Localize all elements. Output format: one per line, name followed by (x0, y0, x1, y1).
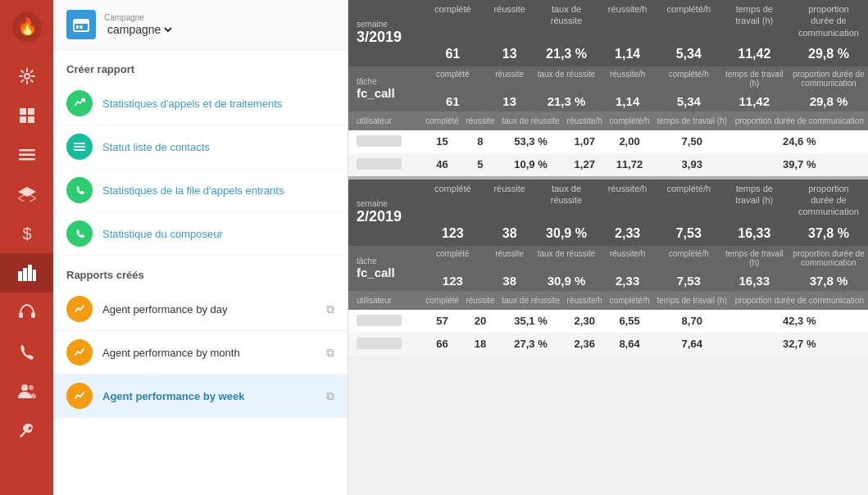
task-col-header-work-time: temps de travail (h) (720, 66, 789, 91)
svg-rect-27 (74, 149, 85, 151)
sidebar: Campagne campagne Créer rapport Statisti… (53, 0, 348, 495)
task-success-per-h: 1,14 (597, 91, 658, 111)
copy-icon-week: ⧉ (326, 389, 334, 403)
nav-icon-settings[interactable] (0, 57, 53, 96)
svg-rect-9 (19, 158, 35, 161)
svg-rect-4 (28, 108, 34, 115)
nav-icon-tools[interactable] (0, 411, 53, 450)
user-success-per-h: 2,36 (563, 333, 606, 356)
col-header-comm-proportion: proportion durée de communication (789, 0, 868, 42)
svg-text:$: $ (22, 225, 31, 243)
task-col-header-success-rate: taux de réussite (536, 246, 598, 270)
task-completed: 61 (422, 91, 484, 111)
user-success: 18 (462, 333, 498, 356)
user-data-row: 57 20 35,1 % 2,30 6,55 8,70 42,3 % (348, 310, 868, 333)
week-success-per-h: 2,33 (597, 221, 658, 246)
campaign-dropdown[interactable]: campagne (104, 22, 175, 37)
week-cell: semaine 2/2019 (348, 179, 422, 246)
user-header-label: utilisateur (348, 111, 422, 130)
task-row: tâche fc_call complété réussite taux de … (348, 246, 868, 291)
report-item-week-left: Agent performance by week (66, 383, 244, 409)
task-success-rate: 30,9 % (536, 270, 598, 291)
user-completed-per-h: 6,55 (606, 310, 653, 333)
svg-rect-13 (18, 271, 22, 281)
user-completed: 57 (422, 310, 462, 333)
user-success-per-h: 1,27 (563, 153, 606, 176)
copy-icon-month: ⧉ (326, 346, 334, 360)
week-work-time: 11,42 (720, 42, 789, 66)
svg-rect-23 (76, 25, 79, 29)
svg-rect-26 (74, 146, 85, 148)
nav-icon-phone[interactable] (0, 332, 53, 371)
task-data-area: complété réussite taux de réussite réuss… (422, 66, 868, 111)
user-col-header-completed-per-h: complété/h (606, 291, 653, 310)
report-item-month-left: Agent performance by month (66, 339, 240, 366)
nav-icon-grid[interactable] (0, 96, 53, 135)
col-header-success-rate: taux de réussite (536, 179, 598, 221)
user-col-header-completed: complété (422, 291, 462, 310)
week-comm-proportion: 37,8 % (789, 221, 868, 246)
user-col-header-completed-per-h: complété/h (606, 111, 653, 130)
menu-item-contact-list[interactable]: Statut liste de contacts (53, 125, 348, 169)
nav-icon-users[interactable] (0, 371, 53, 411)
task-comm-proportion: 29,8 % (789, 91, 868, 111)
week-success-per-h: 1,14 (597, 42, 658, 66)
user-completed-per-h: 8,64 (606, 333, 653, 356)
week-header-cols: complété réussite taux de réussite réuss… (422, 179, 868, 246)
report-table: semaine 3/2019 complété réussite taux de… (348, 0, 868, 356)
campaign-select[interactable]: campagne (104, 22, 175, 37)
svg-rect-8 (19, 154, 35, 157)
user-name-cell (348, 130, 422, 153)
svg-rect-3 (20, 108, 26, 115)
user-data-row: 46 5 10,9 % 1,27 11,72 3,93 39,7 % (348, 153, 868, 176)
menu-icon-dialer (66, 220, 93, 247)
svg-rect-15 (28, 265, 32, 281)
nav-icon-dollar[interactable]: $ (0, 214, 53, 253)
nav-icon-headset[interactable] (0, 293, 53, 332)
user-work-time: 3,93 (653, 153, 731, 176)
task-work-time: 11,42 (720, 91, 789, 111)
nav-icon-chart[interactable] (0, 253, 53, 293)
create-report-title: Créer rapport (53, 50, 348, 82)
user-col-header-success-per-h: réussite/h (563, 111, 606, 130)
task-row: tâche fc_call complété réussite taux de … (348, 66, 868, 111)
svg-text:🔥: 🔥 (16, 16, 37, 36)
task-col-header-success-rate: taux de réussite (536, 66, 598, 91)
menu-item-dialer-stats-label: Statistique du composeur (102, 228, 223, 240)
campaign-icon (66, 10, 96, 39)
report-item-day[interactable]: Agent performance by day ⧉ (53, 288, 348, 331)
svg-rect-7 (19, 149, 35, 152)
user-header-row: utilisateur complété réussite taux de ré… (348, 291, 868, 310)
menu-item-stats-calls[interactable]: Statistiques d'appels et de traitements (53, 82, 348, 125)
report-item-month-label: Agent performance by month (102, 347, 240, 359)
user-completed-per-h: 2,00 (606, 130, 653, 153)
user-col-header-success-rate: taux de réussite (498, 111, 564, 130)
week-completed-per-h: 7,53 (658, 221, 720, 246)
svg-rect-6 (28, 116, 34, 123)
col-header-completed-per-h: complété/h (658, 0, 720, 42)
week-success-rate: 30,9 % (536, 221, 598, 246)
main-content: semaine 3/2019 complété réussite taux de… (348, 0, 868, 495)
nav-icon-layers[interactable] (0, 175, 53, 214)
user-work-time: 8,70 (653, 310, 731, 333)
user-completed-per-h: 11,72 (606, 153, 653, 176)
menu-item-queue-stats[interactable]: Statistiques de la file d'appels entrant… (53, 169, 348, 212)
user-completed: 15 (422, 130, 462, 153)
report-item-month[interactable]: Agent performance by month ⧉ (53, 331, 348, 375)
week-row: semaine 3/2019 complété réussite taux de… (348, 0, 868, 66)
user-comm-proportion: 24,6 % (731, 130, 868, 153)
user-success-per-h: 1,07 (563, 130, 606, 153)
menu-icon-contacts (66, 134, 93, 160)
nav-icon-menu[interactable] (0, 135, 53, 175)
user-col-header-comm-proportion: proportion durée de communication (731, 291, 868, 310)
col-header-success: réussite (484, 0, 536, 42)
report-icon-day (66, 296, 93, 322)
user-data-row: 66 18 27,3 % 2,36 8,64 7,64 32,7 % (348, 333, 868, 356)
task-col-header-completed-per-h: complété/h (658, 246, 720, 270)
menu-item-dialer-stats[interactable]: Statistique du composeur (53, 212, 348, 256)
svg-rect-5 (20, 116, 26, 123)
report-item-week[interactable]: Agent performance by week ⧉ (53, 375, 348, 418)
user-col-header-success-rate: taux de réussite (498, 291, 564, 310)
task-col-header-comm-proportion: proportion durée de communication (789, 66, 868, 91)
user-success-rate: 10,9 % (498, 153, 564, 176)
